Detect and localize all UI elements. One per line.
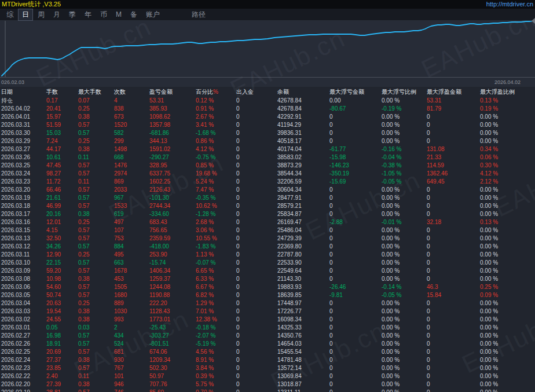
maxFloatLoss-cell: 0 [328, 389, 380, 392]
table-row[interactable]: 2026.02.2323.850.57767502.303.84 %013572… [0, 364, 535, 372]
inout-cell: 0 [235, 275, 276, 283]
maxFloatProfit-cell: 0 [426, 226, 479, 235]
table-row[interactable]: 2026.03.0420.630.25889222.201.29 %017448… [0, 299, 535, 307]
table-row[interactable]: 2026.03.0654.600.5715051244.086.67 %0198… [0, 283, 535, 291]
pl-cell: -101.30 [148, 194, 195, 202]
table-row[interactable]: 2026.02.2716.980.57434-303.27-2.07 %0143… [0, 332, 535, 340]
inout-cell: 0 [235, 178, 276, 186]
lots-cell: 24.55 [45, 316, 77, 324]
inout-cell: 0 [235, 210, 276, 218]
table-row[interactable]: 2026.03.0550.740.5716801190.886.82 %0186… [0, 291, 535, 299]
table-row[interactable]: 2026.02.2427.370.389301209.348.91 %01478… [0, 356, 535, 364]
column-header-4: 盈亏金额 [148, 87, 195, 97]
date-cell: 2026.03.02 [0, 316, 45, 324]
table-row[interactable]: 2026.03.2610.610.11668-290.27-0.75 %0385… [0, 153, 535, 162]
table-row[interactable]: 2026.03.010.050.032-25.43-0.18 %014325.3… [0, 324, 535, 332]
menu-item-m[interactable]: M [112, 9, 126, 20]
table-row[interactable]: 2026.03.2066.460.5720332126.437.47 %0306… [0, 186, 535, 194]
menu-item-weekly[interactable]: 周 [34, 9, 49, 21]
table-row[interactable]: 2026.03.1112.900.25495253.901.13 %022787… [0, 251, 535, 259]
table-row[interactable]: 2026.03.297.240.25299344.130.86 %040518.… [0, 137, 535, 145]
menu-item-account[interactable]: 账户 [142, 9, 164, 21]
table-row[interactable]: 2026.03.0319.540.3810301128.437.01 %0172… [0, 307, 535, 316]
menu-item-summary[interactable]: 综 [2, 9, 17, 21]
table-row[interactable]: 持仓0.170.07453.310.12 %042678.840.000.00 … [0, 97, 535, 105]
maxFloatLoss-cell: 0 [328, 251, 380, 259]
inout-cell: 0 [235, 186, 276, 194]
pct-cell: 6.67 % [195, 283, 235, 291]
lots-cell: 46.99 [45, 202, 77, 210]
title-bar: MTDriver统计 ,V3.25 http://mtdriver.cn [0, 0, 535, 9]
balance-cell: 14350.76 [276, 332, 328, 340]
inout-cell: 0 [235, 364, 276, 372]
table-row[interactable]: 2026.03.1921.610.57967-101.30-0.35 %0284… [0, 194, 535, 202]
lots-cell: 18.91 [45, 340, 77, 348]
inout-cell: 0 [235, 162, 276, 170]
date-cell: 2026.03.03 [0, 307, 45, 316]
inout-cell: 0 [235, 332, 276, 340]
menu-item-quarterly[interactable]: 季 [65, 9, 80, 21]
website-link[interactable]: http://mtdriver.cn [486, 0, 533, 9]
table-row[interactable]: 2026.03.2744.170.3814981591.024.12 %0401… [0, 145, 535, 153]
lots-cell: 11.72 [45, 178, 77, 186]
menu-item-daily[interactable]: 日 [18, 9, 33, 21]
menu-item-note[interactable]: 备 [126, 9, 141, 21]
maxFloatProfitPct-cell: 0.00 % [479, 316, 534, 324]
pl-cell: 756.65 [148, 226, 195, 235]
table-row[interactable]: 2026.03.2311.720.118691602.255.24 %03220… [0, 178, 535, 186]
splitter-arrow-icon[interactable] [532, 18, 535, 24]
maxFloatLoss-cell: 0 [328, 299, 380, 307]
table-row[interactable]: 2026.03.3015.030.57582-681.86-1.68 %0398… [0, 129, 535, 137]
pct-cell: 0.70 % [195, 389, 235, 392]
table-row[interactable]: 2026.03.3151.590.5715201357.983.41 %0411… [0, 121, 535, 129]
table-row[interactable]: 2026.03.1332.500.577532359.5910.55 %0247… [0, 235, 535, 243]
column-header-3: 次数 [113, 87, 148, 97]
table-row[interactable]: 2026.04.0220.410.25838385.930.91 %042678… [0, 105, 535, 113]
maxFloatProfitPct-cell: 0.06 % [479, 153, 534, 162]
table-row[interactable]: 2026.03.0959.200.5716781406.346.65 %0225… [0, 267, 535, 275]
menu-item-path[interactable]: 路径 [188, 9, 210, 21]
maxFloatLossPct-cell: 0.00 % [380, 129, 426, 137]
table-row[interactable]: 2026.03.2498.270.5729746337.7519.68 %038… [0, 170, 535, 178]
date-cell: 2026.02.19 [0, 389, 45, 392]
pct-cell: 4.56 % [195, 348, 235, 356]
balance-cell: 22549.64 [276, 267, 328, 275]
table-row[interactable]: 2026.03.1612.010.25497683.432.68 %026169… [0, 218, 535, 226]
table-row[interactable]: 2026.03.2547.450.571476328.950.85 %03887… [0, 162, 535, 170]
table-row[interactable]: 2026.02.2618.910.57524-801.51-5.19 %0146… [0, 340, 535, 348]
lots-cell: 15.03 [45, 129, 77, 137]
table-row[interactable]: 2026.03.0224.550.389931773.0112.38 %0160… [0, 316, 535, 324]
pct-cell: -2.07 % [195, 332, 235, 340]
balance-cell: 14654.03 [276, 340, 328, 348]
balance-cell: 15455.54 [276, 348, 328, 356]
maxFloatProfit-cell: 46.3 [426, 283, 479, 291]
menu-item-monthly[interactable]: 月 [49, 9, 64, 21]
maxFloatProfit-cell: 0 [426, 324, 479, 332]
maxFloatProfitPct-cell: 0.00 % [479, 340, 534, 348]
date-cell: 持仓 [0, 97, 45, 105]
maxFloatProfitPct-cell: 0.00 % [479, 275, 534, 283]
menu-item-currency[interactable]: 币 [96, 9, 111, 21]
table-row[interactable]: 2026.03.0810.980.384531259.376.33 %02114… [0, 275, 535, 283]
lots-cell: 59.20 [45, 267, 77, 275]
table-row[interactable]: 2026.02.222.400.1110150.970.39 %013069.8… [0, 372, 535, 380]
table-row[interactable]: 2026.02.1928.810.5774685.600.70 %012311.… [0, 389, 535, 392]
table-row[interactable]: 2026.02.2027.390.38946707.765.75 %013018… [0, 380, 535, 389]
balance-cell: 17226.77 [276, 307, 328, 316]
lots-cell: 20.41 [45, 105, 77, 113]
menu-item-yearly[interactable]: 年 [80, 9, 96, 21]
balance-cell: 42678.84 [276, 105, 328, 113]
count-cell: 663 [113, 259, 148, 267]
table-row[interactable]: 2026.04.0115.970.386731098.622.67 %04229… [0, 113, 535, 121]
maxLots-cell: 0.57 [77, 259, 113, 267]
table-row[interactable]: 2026.03.1846.990.5715332744.3410.62 %028… [0, 202, 535, 210]
count-cell: 746 [113, 389, 148, 392]
balance-cell: 25834.87 [276, 210, 328, 218]
maxFloatLossPct-cell: -0.05 % [380, 178, 426, 186]
table-row[interactable]: 2026.03.1234.260.57884-418.00-1.83 %0223… [0, 243, 535, 251]
lots-cell: 12.90 [45, 251, 77, 259]
table-row[interactable]: 2026.03.1720.160.38619-334.60-1.28 %0258… [0, 210, 535, 218]
table-row[interactable]: 2026.02.2520.690.57681674.064.56 %015455… [0, 348, 535, 356]
table-row[interactable]: 2026.03.154.150.57107756.653.06 %025486.… [0, 226, 535, 235]
table-row[interactable]: 2026.03.1022.150.57663-15.74-0.07 %02253… [0, 259, 535, 267]
